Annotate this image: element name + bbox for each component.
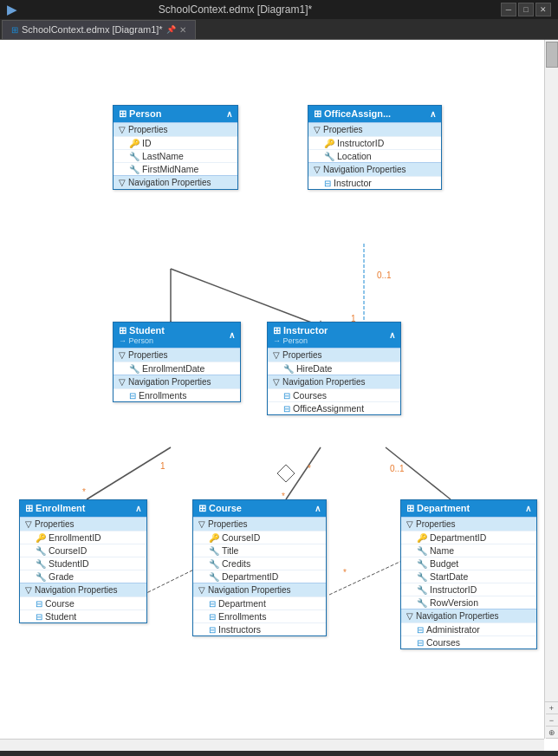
title-bar: ▶ SchoolContext.edmx [Diagram1]* ─ □ ✕ (0, 0, 558, 19)
department-name: ⊞ Department (406, 503, 470, 514)
officeassignment-name: ⊞ OfficeAssign... (314, 108, 391, 120)
property-icon: 🔧 (283, 364, 294, 374)
department-rowversion: 🔧 RowVersion (401, 596, 536, 609)
department-courses-nav: ⊟ Courses (401, 635, 536, 648)
enrollment-student-nav: ⊟ Student (20, 609, 146, 622)
key-icon: 🔑 (209, 533, 219, 543)
student-enrollments-nav: ⊟ Enrollments (114, 388, 240, 401)
person-lastname-row: 🔧 LastName (114, 149, 237, 162)
property-icon: 🔧 (36, 572, 46, 582)
maximize-button[interactable]: □ (518, 3, 534, 16)
person-id-row: 🔑 ID (114, 136, 237, 149)
property-icon: 🔧 (209, 572, 219, 582)
nav-icon: ⊟ (283, 391, 290, 401)
entity-person-header: ⊞ Person ∧ (114, 106, 237, 122)
svg-text:*: * (82, 487, 86, 497)
enrollment-grade: 🔧 Grade (20, 570, 146, 583)
svg-text:*: * (343, 568, 347, 577)
enrollment-props-header: ▽ Properties (20, 517, 146, 531)
property-icon: 🔧 (209, 559, 219, 569)
officeassignment-instructor-nav: ⊟ Instructor (308, 176, 441, 189)
tab-close-icon[interactable]: ✕ (179, 25, 186, 35)
instructor-props-header: ▽ Properties (268, 348, 400, 362)
course-name: ⊞ Course (198, 503, 242, 514)
department-header: ⊞ Department ∧ (401, 500, 536, 517)
scrollbar-horizontal[interactable] (0, 739, 544, 751)
enrollment-header: ⊞ Enrollment ∧ (20, 500, 146, 517)
instructor-name: ⊞ Instructor (273, 325, 328, 336)
enrollment-courseid: 🔧 CourseID (20, 544, 146, 557)
student-props-header: ▽ Properties (114, 348, 240, 362)
department-startdate: 🔧 StartDate (401, 570, 536, 583)
person-firstname-row: 🔧 FirstMidName (114, 162, 237, 175)
svg-line-13 (286, 447, 321, 499)
tab-bar: ⊞ SchoolContext.edmx [Diagram1]* 📌 ✕ (0, 19, 558, 40)
entity-person: ⊞ Person ∧ ▽ Properties 🔑 ID 🔧 LastName … (113, 105, 238, 190)
instructor-expand-icon[interactable]: ∧ (389, 330, 395, 340)
course-header: ⊞ Course ∧ (193, 500, 326, 517)
diagram-area: 0..1 1 1 * * 1 * * * 1 0..1 ⊞ Person ∧ (0, 40, 558, 751)
tab-icon: ⊞ (11, 25, 18, 35)
person-nav-header: ▽ Navigation Properties (114, 175, 237, 189)
entity-enrollment: ⊞ Enrollment ∧ ▽ Properties 🔑 Enrollment… (19, 499, 147, 623)
student-name: ⊞ Student (119, 325, 165, 336)
nav-icon: ⊟ (36, 612, 42, 622)
svg-text:1: 1 (160, 461, 165, 471)
key-icon: 🔑 (36, 533, 46, 543)
zoom-fit-button[interactable]: ⊕ (546, 727, 558, 739)
svg-text:0..1: 0..1 (390, 464, 405, 473)
enrollment-name: ⊞ Enrollment (25, 503, 86, 514)
close-button[interactable]: ✕ (535, 3, 551, 16)
department-expand-icon[interactable]: ∧ (525, 504, 531, 513)
scrollbar-vertical[interactable] (544, 40, 558, 739)
diagram-tab[interactable]: ⊞ SchoolContext.edmx [Diagram1]* 📌 ✕ (2, 20, 196, 39)
person-properties-header: ▽ Properties (114, 122, 237, 136)
officeassignment-instructorid: 🔑 InstructorID (308, 136, 441, 149)
course-department-nav: ⊟ Department (193, 596, 326, 609)
department-instructorid: 🔧 InstructorID (401, 583, 536, 596)
officeassignment-header: ⊞ OfficeAssign... ∧ (308, 106, 441, 122)
nav-icon: ⊟ (129, 391, 136, 401)
course-departmentid: 🔧 DepartmentID (193, 570, 326, 583)
svg-line-19 (386, 447, 451, 499)
pin-icon[interactable]: 📌 (166, 25, 176, 34)
property-icon: 🔧 (417, 572, 427, 582)
department-nav-header: ▽ Navigation Properties (401, 609, 536, 622)
enrollment-expand-icon[interactable]: ∧ (135, 504, 141, 513)
entity-instructor: ⊞ Instructor → Person ∧ ▽ Properties 🔧 H… (267, 322, 401, 415)
window-controls[interactable]: ─ □ ✕ (501, 3, 551, 16)
zoom-controls: + − ⊕ (544, 701, 558, 739)
enrollment-enrollmentid: 🔑 EnrollmentID (20, 531, 146, 544)
officeassignment-expand-icon[interactable]: ∧ (430, 109, 436, 119)
enrollment-studentid: 🔧 StudentID (20, 557, 146, 570)
zoom-in-button[interactable]: + (546, 702, 558, 714)
course-credits: 🔧 Credits (193, 557, 326, 570)
property-icon: 🔧 (417, 546, 427, 556)
entity-student: ⊞ Student → Person ∧ ▽ Properties 🔧 Enro… (113, 322, 241, 402)
key-icon: 🔑 (129, 139, 140, 148)
minimize-button[interactable]: ─ (501, 3, 516, 16)
property-icon: 🔧 (209, 546, 219, 556)
course-expand-icon[interactable]: ∧ (315, 504, 321, 513)
zoom-out-button[interactable]: − (546, 714, 558, 727)
title-text: SchoolContext.edmx [Diagram1]* (0, 3, 501, 16)
entity-person-name: ⊞ Person (119, 108, 161, 120)
svg-line-2 (171, 269, 321, 326)
key-icon: 🔑 (417, 533, 427, 543)
department-administrator-nav: ⊟ Administrator (401, 622, 536, 635)
officeassignment-location: 🔧 Location (308, 149, 441, 162)
property-icon: 🔧 (417, 559, 427, 569)
nav-icon: ⊟ (209, 599, 216, 609)
property-icon: 🔧 (129, 364, 140, 374)
property-icon: 🔧 (324, 152, 334, 161)
person-expand-icon[interactable]: ∧ (226, 109, 232, 119)
person-props-collapse: ▽ (119, 125, 126, 134)
property-icon: 🔧 (129, 152, 140, 161)
svg-marker-21 (277, 465, 295, 482)
nav-icon: ⊟ (209, 612, 216, 622)
property-icon: 🔧 (129, 165, 140, 174)
student-expand-icon[interactable]: ∧ (229, 330, 235, 340)
course-nav-header: ▽ Navigation Properties (193, 583, 326, 596)
instructor-courses-nav: ⊟ Courses (268, 388, 400, 401)
property-icon: 🔧 (417, 598, 427, 608)
